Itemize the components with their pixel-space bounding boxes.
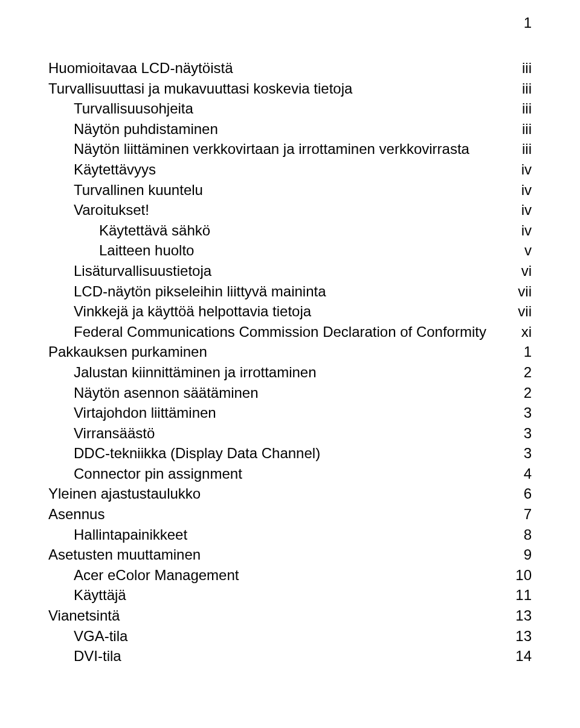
toc-entry-label: DDC-tekniikka (Display Data Channel) — [48, 443, 489, 464]
toc-entry-page: 4 — [489, 464, 532, 484]
toc-entry-label: Näytön liittäminen verkkovirtaan ja irro… — [48, 139, 489, 159]
toc-entry-label: Connector pin assignment — [48, 464, 489, 484]
toc-entry-label: Asennus — [48, 504, 489, 525]
toc-entry-label: Huomioitavaa LCD-näytöistä — [48, 58, 489, 78]
toc-entry: Acer eColor Management10 — [48, 565, 532, 586]
toc-entry: Virtajohdon liittäminen3 — [48, 403, 532, 423]
toc-entry: Asetusten muuttaminen9 — [48, 544, 532, 565]
toc-entry-page: iii — [489, 78, 532, 99]
toc-entry: Näytön puhdistamineniii — [48, 119, 532, 139]
toc-entry-page: iv — [489, 180, 532, 200]
toc-entry-label: Näytön asennon säätäminen — [48, 383, 489, 403]
toc-entry-label: Käytettävä sähkö — [48, 220, 489, 241]
toc-entry-label: Käytettävyys — [48, 159, 489, 180]
toc-entry-page: 9 — [489, 544, 532, 565]
toc-entry-label: Varoitukset! — [48, 200, 489, 220]
toc-entry: Federal Communications Commission Declar… — [48, 322, 532, 342]
toc-entry-page: 2 — [489, 383, 532, 403]
toc-entry: Pakkauksen purkaminen1 — [48, 342, 532, 362]
toc-entry-page: iv — [489, 159, 532, 180]
toc-entry-page: vii — [489, 301, 532, 322]
toc-entry-page: 13 — [489, 605, 532, 626]
toc-entry: Näytön liittäminen verkkovirtaan ja irro… — [48, 139, 532, 159]
toc-entry: Käytettävyysiv — [48, 159, 532, 180]
toc-entry: Jalustan kiinnittäminen ja irrottaminen2 — [48, 362, 532, 383]
toc-entry: Yleinen ajastustaulukko6 — [48, 484, 532, 504]
toc-entry: Connector pin assignment4 — [48, 464, 532, 484]
toc-entry-page: 3 — [489, 423, 532, 444]
toc-entry-label: Asetusten muuttaminen — [48, 544, 489, 565]
toc-entry-page: v — [489, 240, 532, 261]
toc-entry-page: 14 — [489, 646, 532, 666]
toc-entry: Lisäturvallisuustietojavi — [48, 261, 532, 281]
toc-entry: DVI-tila14 — [48, 646, 532, 666]
toc-entry: Asennus7 — [48, 504, 532, 525]
toc-entry-label: Virransäästö — [48, 423, 489, 444]
toc-entry-label: Laitteen huolto — [48, 240, 489, 261]
toc-entry-page: vi — [489, 261, 532, 281]
toc-entry: Vianetsintä13 — [48, 605, 532, 626]
toc-entry-label: LCD-näytön pikseleihin liittyvä maininta — [48, 281, 489, 302]
toc-entry-label: Hallintapainikkeet — [48, 525, 489, 545]
toc-entry-label: Vianetsintä — [48, 605, 489, 626]
toc-entry-label: Jalustan kiinnittäminen ja irrottaminen — [48, 362, 489, 383]
toc-entry: Huomioitavaa LCD-näytöistäiii — [48, 58, 532, 78]
toc-entry-page: iii — [489, 119, 532, 139]
toc-entry-label: Turvallinen kuuntelu — [48, 180, 489, 200]
toc-entry: Laitteen huoltov — [48, 240, 532, 261]
toc-entry: Näytön asennon säätäminen2 — [48, 383, 532, 403]
toc-entry-page: iii — [489, 58, 532, 78]
toc-entry-label: Acer eColor Management — [48, 565, 489, 586]
toc-entry: Käytettävä sähköiv — [48, 220, 532, 241]
toc-entry-label: Turvallisuuttasi ja mukavuuttasi koskevi… — [48, 78, 489, 99]
toc-entry: Turvallisuuttasi ja mukavuuttasi koskevi… — [48, 78, 532, 99]
toc-entry-page: iv — [489, 220, 532, 241]
table-of-contents: Huomioitavaa LCD-näytöistäiiiTurvallisuu… — [48, 58, 532, 666]
toc-entry-label: Näytön puhdistaminen — [48, 119, 489, 139]
toc-entry-page: 8 — [489, 525, 532, 545]
toc-entry-label: Käyttäjä — [48, 585, 489, 605]
toc-entry-page: 3 — [489, 403, 532, 423]
toc-entry: Käyttäjä11 — [48, 585, 532, 605]
toc-entry-page: 1 — [489, 342, 532, 362]
toc-entry-page: 7 — [489, 504, 532, 525]
toc-entry-page: xi — [489, 322, 532, 342]
toc-entry-page: vii — [489, 281, 532, 302]
toc-entry-page: 11 — [489, 585, 532, 605]
toc-entry: LCD-näytön pikseleihin liittyvä maininta… — [48, 281, 532, 302]
toc-entry: Vinkkejä ja käyttöä helpottavia tietojav… — [48, 301, 532, 322]
toc-entry: Turvallinen kuunteluiv — [48, 180, 532, 200]
toc-entry-label: Federal Communications Commission Declar… — [48, 322, 489, 342]
toc-entry-page: 3 — [489, 443, 532, 464]
toc-entry-label: Turvallisuusohjeita — [48, 98, 489, 119]
toc-entry-page: 10 — [489, 565, 532, 586]
toc-entry-page: 13 — [489, 626, 532, 647]
document-page: 1 Huomioitavaa LCD-näytöistäiiiTurvallis… — [0, 0, 580, 728]
toc-entry-page: 6 — [489, 484, 532, 504]
toc-entry: VGA-tila13 — [48, 626, 532, 647]
toc-entry-label: Yleinen ajastustaulukko — [48, 484, 489, 504]
toc-entry-label: VGA-tila — [48, 626, 489, 647]
toc-entry: Hallintapainikkeet8 — [48, 525, 532, 545]
toc-entry-label: Pakkauksen purkaminen — [48, 342, 489, 362]
toc-entry-page: iii — [489, 98, 532, 119]
toc-entry-page: iii — [489, 139, 532, 159]
toc-entry-page: 2 — [489, 362, 532, 383]
toc-entry-label: Vinkkejä ja käyttöä helpottavia tietoja — [48, 301, 489, 322]
toc-entry-label: Virtajohdon liittäminen — [48, 403, 489, 423]
toc-entry-page: iv — [489, 200, 532, 220]
toc-entry: Turvallisuusohjeitaiii — [48, 98, 532, 119]
page-number: 1 — [524, 14, 532, 31]
toc-entry: Varoitukset!iv — [48, 200, 532, 220]
toc-entry-label: Lisäturvallisuustietoja — [48, 261, 489, 281]
toc-entry: Virransäästö3 — [48, 423, 532, 444]
toc-entry-label: DVI-tila — [48, 646, 489, 666]
toc-entry: DDC-tekniikka (Display Data Channel)3 — [48, 443, 532, 464]
